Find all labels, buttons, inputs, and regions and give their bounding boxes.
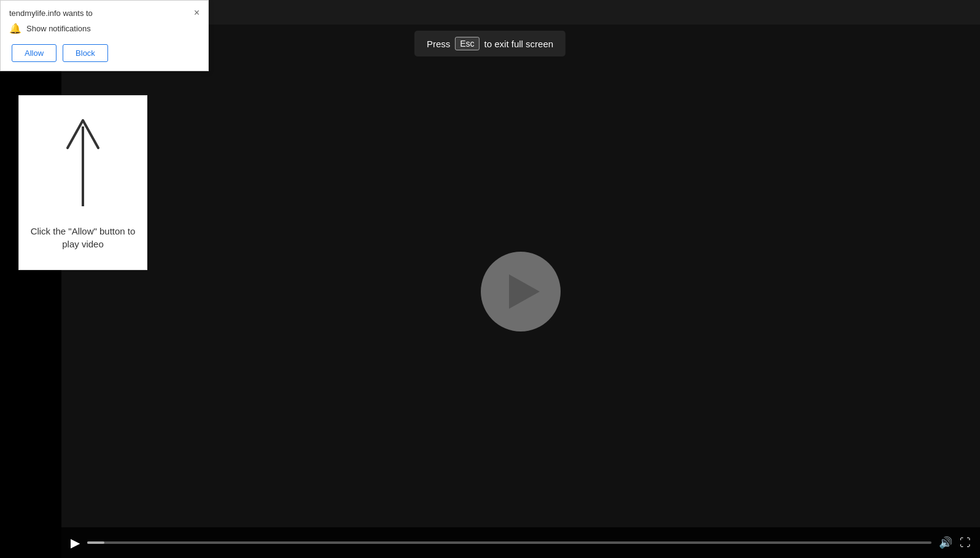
video-controls-bar: ▶ 🔊 ⛶: [61, 527, 980, 558]
bell-icon: 🔔: [9, 23, 21, 34]
arrow-instruction-text: Click the "Allow" button to play video: [19, 225, 147, 250]
notification-popup: tendmylife.info wants to × 🔔 Show notifi…: [0, 0, 209, 71]
arrow-instruction-card: Click the "Allow" button to play video: [18, 95, 147, 270]
video-area: [61, 25, 980, 558]
fullscreen-icon[interactable]: ⛶: [960, 537, 971, 549]
press-label: Press: [427, 39, 450, 49]
progress-fill: [87, 541, 104, 544]
popup-buttons: Allow Block: [9, 44, 200, 62]
arrow-up-icon: [58, 108, 107, 219]
popup-notification-row: 🔔 Show notifications: [9, 23, 200, 34]
popup-close-button[interactable]: ×: [194, 8, 200, 18]
play-button-center[interactable]: [481, 252, 561, 331]
esc-key: Esc: [455, 37, 479, 50]
notification-text: Show notifications: [26, 24, 91, 33]
progress-bar[interactable]: [87, 541, 931, 544]
allow-button[interactable]: Allow: [12, 44, 56, 62]
esc-tooltip: Press Esc to exit full screen: [414, 31, 566, 56]
popup-header: tendmylife.info wants to ×: [9, 8, 200, 18]
play-pause-button[interactable]: ▶: [71, 535, 80, 550]
volume-icon[interactable]: 🔊: [939, 536, 952, 549]
exit-fullscreen-label: to exit full screen: [484, 39, 554, 49]
block-button[interactable]: Block: [63, 44, 108, 62]
popup-title: tendmylife.info wants to: [9, 9, 93, 18]
